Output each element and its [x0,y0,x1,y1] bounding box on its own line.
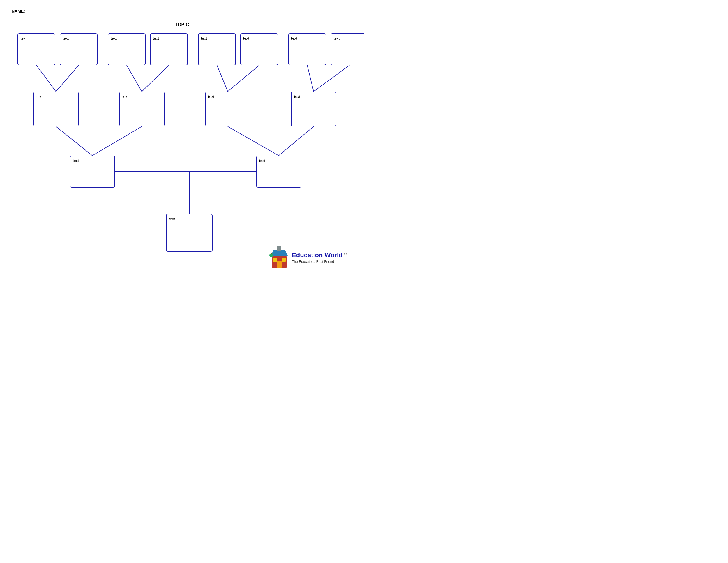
svg-line-1 [56,65,79,91]
box-r2-2[interactable]: text [119,91,165,126]
box-r1-8[interactable]: text [331,33,364,65]
brand-name: Education World [292,251,342,259]
svg-rect-20 [282,258,286,262]
box-r1-4[interactable]: text [150,33,188,65]
topic-text: TOPIC [175,22,189,27]
svg-line-9 [92,126,142,156]
svg-rect-22 [271,253,272,254]
diagram: text text text text text text text text … [12,33,352,272]
box-r4-1[interactable]: text [166,214,213,252]
svg-line-7 [314,65,349,91]
box-r2-3[interactable]: text [205,91,250,126]
box-r1-1[interactable]: text [17,33,55,65]
box-r1-5[interactable]: text [198,33,236,65]
name-field: NAME: [12,9,352,13]
brand-text: Education World ® The Educator's Best Fr… [292,251,347,264]
topic-label: TOPIC [12,22,352,27]
box-r3-1[interactable]: text [70,156,115,188]
box-r1-6[interactable]: text [240,33,278,65]
svg-line-0 [36,65,56,91]
box-r2-1[interactable]: text [33,91,79,126]
box-r1-2[interactable]: text [60,33,98,65]
page: NAME: TOPIC [0,0,364,282]
svg-line-10 [228,126,279,156]
svg-line-3 [142,65,169,91]
brand-logo: Education World ® The Educator's Best Fr… [269,246,347,269]
box-r3-2[interactable]: text [256,156,301,188]
name-label: NAME: [12,9,25,13]
svg-line-8 [56,126,92,156]
svg-rect-16 [277,246,281,251]
svg-rect-18 [277,261,282,268]
svg-line-4 [217,65,228,91]
brand-tagline: The Educator's Best Friend [292,259,334,264]
svg-line-2 [127,65,142,91]
box-r2-4[interactable]: text [291,91,336,126]
svg-line-6 [307,65,314,91]
box-r1-7[interactable]: text [288,33,326,65]
svg-rect-19 [273,258,277,262]
svg-line-11 [279,126,314,156]
schoolhouse-icon [269,246,289,269]
box-r1-3[interactable]: text [108,33,146,65]
svg-line-5 [228,65,259,91]
